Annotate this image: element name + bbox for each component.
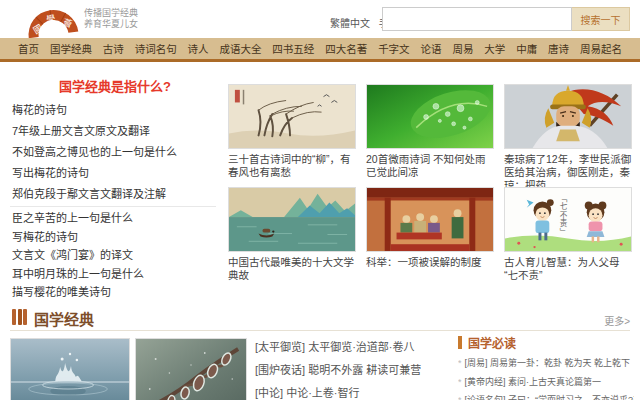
article-card[interactable]: 中国古代最唯美的十大文学典故 bbox=[228, 187, 356, 282]
sidebar-link[interactable]: 不如登高之博见也的上一句是什么 bbox=[12, 142, 218, 163]
sidebar-link[interactable]: 写出梅花的诗句 bbox=[12, 163, 218, 184]
sidebar-link[interactable]: 梅花的诗句 bbox=[12, 100, 218, 121]
sidebar-link[interactable]: 郑伯克段于鄢文言文翻译及注解 bbox=[12, 184, 218, 205]
sidebar-link[interactable]: 臣之辛苦的上一句是什么 bbox=[12, 209, 218, 228]
must-read-panel: 国学必读 *[周易] 周易第一卦：乾卦 乾为天 乾上乾下 *[黄帝内经] 素问·… bbox=[458, 334, 634, 400]
header: 國 學 薈 传播国学经典 养育华夏儿女 繁體中文 手机版 搜索一下 bbox=[0, 0, 640, 38]
nav-item-guoxue-classics[interactable]: 国学经典 bbox=[50, 41, 92, 56]
card-caption[interactable]: 三十首古诗词中的“柳”，有春风也有离愁 bbox=[228, 153, 356, 179]
section-guoxue-classics: 国学经典 更多> bbox=[10, 306, 630, 331]
nav-item-thousand-character[interactable]: 千字文 bbox=[378, 41, 410, 56]
cartoon-children-image: 「七不责」 bbox=[504, 187, 632, 252]
must-read-link[interactable]: *[论语名句] 子曰：“学而时习之，不亦说乎?有朋自 bbox=[458, 391, 634, 400]
section-title[interactable]: 国学经典 bbox=[34, 308, 94, 329]
nav-item-analects[interactable]: 论语 bbox=[421, 41, 442, 56]
nav-item-four-masterpieces[interactable]: 四大名著 bbox=[325, 41, 367, 56]
nav-item-idioms[interactable]: 成语大全 bbox=[219, 41, 261, 56]
nav-item-tang-poems[interactable]: 唐诗 bbox=[548, 41, 569, 56]
water-drop-thumbnail[interactable] bbox=[10, 338, 130, 400]
sidebar-link-list-2: 臣之辛苦的上一句是什么 写梅花的诗句 文言文《鸿门宴》的译文 耳中明月珠的上一句… bbox=[12, 209, 218, 302]
sidebar-link[interactable]: 描写樱花的唯美诗句 bbox=[12, 283, 218, 302]
sidebar-link[interactable]: 写梅花的诗句 bbox=[12, 228, 218, 247]
landscape-painting-image bbox=[228, 187, 356, 252]
traditional-chinese-link[interactable]: 繁體中文 bbox=[330, 18, 370, 29]
nav-item-home[interactable]: 首页 bbox=[18, 41, 39, 56]
nav-item-poets[interactable]: 诗人 bbox=[188, 41, 209, 56]
article-card[interactable]: 20首微雨诗词 不知何处雨 已觉此间凉 bbox=[366, 84, 494, 179]
main-nav: 首页 国学经典 古诗 诗词名句 诗人 成语大全 四书五经 四大名著 千字文 论语… bbox=[0, 38, 640, 62]
nav-item-four-books[interactable]: 四书五经 bbox=[272, 41, 314, 56]
article-link[interactable]: [围炉夜话] 聪明不外露 耕读可兼营 bbox=[255, 359, 455, 382]
article-card[interactable]: 科举：一项被误解的制度 bbox=[366, 187, 494, 282]
classics-article-list: [太平御览] 太平御览·治道部·卷八 [围炉夜话] 聪明不外露 耕读可兼营 [中… bbox=[255, 336, 455, 400]
must-read-link[interactable]: *[黄帝内经] 素问·上古天真论篇第一 bbox=[458, 373, 634, 392]
nav-item-poem-quotes[interactable]: 诗词名句 bbox=[135, 41, 177, 56]
sidebar-divider bbox=[10, 206, 216, 207]
warrior-portrait-image bbox=[504, 84, 632, 149]
article-card[interactable]: 秦琼病了12年，李世民派御医给其治病，御医刚走，秦琼：把药 bbox=[504, 84, 632, 179]
bullet-icon: * bbox=[458, 358, 462, 368]
site-tagline: 传播国学经典 养育华夏儿女 bbox=[84, 8, 138, 30]
frost-buds-thumbnail[interactable] bbox=[135, 338, 247, 400]
nav-item-zhongyong[interactable]: 中庸 bbox=[516, 41, 537, 56]
nav-item-daxue[interactable]: 大学 bbox=[484, 41, 505, 56]
svg-text:學: 學 bbox=[46, 13, 56, 25]
bullet-icon: * bbox=[458, 395, 462, 400]
sidebar-link[interactable]: 耳中明月珠的上一句是什么 bbox=[12, 265, 218, 284]
more-link[interactable]: 更多> bbox=[604, 313, 630, 328]
leaf-raindrops-image bbox=[366, 84, 494, 149]
card-caption[interactable]: 20首微雨诗词 不知何处雨 已觉此间凉 bbox=[366, 153, 494, 179]
search-input[interactable] bbox=[382, 7, 572, 31]
featured-cards-grid: 三十首古诗词中的“柳”，有春风也有离愁 20 bbox=[228, 84, 632, 282]
nav-item-zhouyi[interactable]: 周易 bbox=[452, 41, 473, 56]
image-inline-text: 「七不责」 bbox=[557, 194, 568, 237]
imperial-exam-painting-image bbox=[366, 187, 494, 252]
site-logo-fan-icon[interactable]: 國 學 薈 bbox=[24, 2, 80, 38]
article-card[interactable]: 「七不责」 古人育儿智慧：为人父母“七不责” bbox=[504, 187, 632, 282]
must-read-link[interactable]: *[周易] 周易第一卦：乾卦 乾为天 乾上乾下 bbox=[458, 354, 634, 373]
bullet-icon: * bbox=[458, 377, 462, 387]
must-read-title: 国学必读 bbox=[468, 334, 516, 351]
sidebar-link-list-1: 梅花的诗句 7年级上册文言文原文及翻译 不如登高之博见也的上一句是什么 写出梅花… bbox=[12, 100, 218, 205]
willow-painting-image bbox=[228, 84, 356, 149]
card-caption[interactable]: 中国古代最唯美的十大文学典故 bbox=[228, 256, 356, 282]
card-caption[interactable]: 古人育儿智慧：为人父母“七不责” bbox=[504, 256, 632, 282]
card-caption[interactable]: 科举：一项被误解的制度 bbox=[366, 256, 494, 269]
article-link[interactable]: [中论] 中论·上卷·智行 bbox=[255, 382, 455, 400]
sidebar-featured-title[interactable]: 国学经典是指什么? bbox=[10, 76, 220, 95]
page: 國 學 薈 传播国学经典 养育华夏儿女 繁體中文 手机版 搜索一下 首页 国学经… bbox=[0, 0, 640, 400]
search-bar: 搜索一下 bbox=[382, 7, 630, 31]
article-card[interactable]: 三十首古诗词中的“柳”，有春风也有离愁 bbox=[228, 84, 356, 179]
nav-item-ancient-poems[interactable]: 古诗 bbox=[103, 41, 124, 56]
accent-bar-icon bbox=[458, 336, 462, 349]
nav-item-zhouyi-naming[interactable]: 周易起名 bbox=[580, 41, 622, 56]
search-button[interactable]: 搜索一下 bbox=[572, 7, 630, 31]
sidebar-link[interactable]: 文言文《鸿门宴》的译文 bbox=[12, 246, 218, 265]
books-icon bbox=[12, 309, 29, 325]
must-read-header[interactable]: 国学必读 bbox=[458, 334, 634, 350]
article-link[interactable]: [太平御览] 太平御览·治道部·卷八 bbox=[255, 336, 455, 359]
sidebar-link[interactable]: 7年级上册文言文原文及翻译 bbox=[12, 121, 218, 142]
